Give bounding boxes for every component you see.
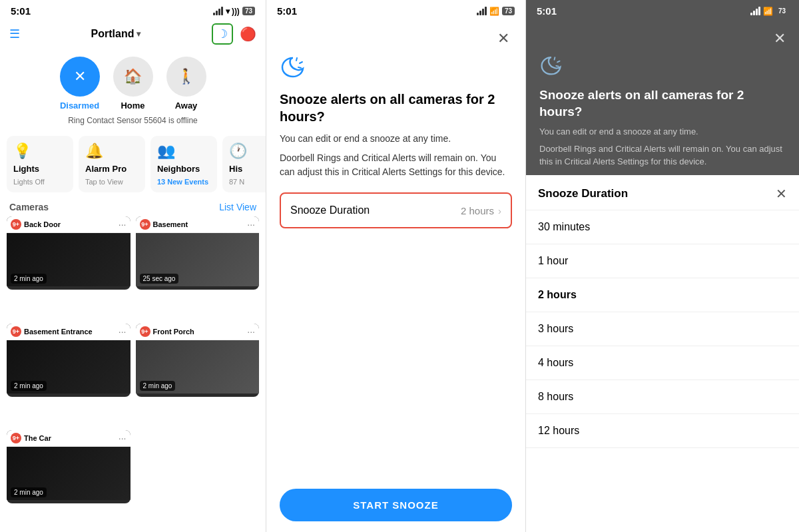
camera-name-row-3: 9+ Basement Entrance [11,326,93,337]
action-alarm-pro[interactable]: 🔔 Alarm Pro Tap to View [79,136,145,192]
away-circle: 🚶 [166,57,206,97]
duration-label-8hr: 8 hours [538,391,573,403]
p3-close-button[interactable]: ✕ [774,30,786,47]
camera-dots-2[interactable]: ··· [247,219,255,230]
cameras-header: Cameras List View [0,198,266,216]
mode-disarmed[interactable]: ✕ Disarmed [60,57,100,111]
camera-top-5: 9+ The Car ··· [7,430,131,447]
mode-home[interactable]: 🏠 Home [113,57,153,111]
camera-card-front-porch[interactable]: 9+ Front Porch ··· 2 min ago [136,324,260,397]
alert-icon[interactable]: 🔴 [240,26,256,42]
camera-dots-1[interactable]: ··· [119,219,127,230]
snooze-dialog-content: ✕ Snooze alerts on all cameras for 2 hou… [266,19,525,532]
signal-icon-1 [213,7,223,15]
action-neighbors[interactable]: 👥 Neighbors 13 New Events [150,136,217,192]
camera-name-4: Front Porch [153,328,194,336]
camera-dots-4[interactable]: ··· [247,326,255,337]
camera-card-basement-entrance[interactable]: 9+ Basement Entrance ··· 2 min ago [7,324,131,397]
camera-top-3: 9+ Basement Entrance ··· [7,324,131,340]
camera-card-basement[interactable]: 9+ Basement ··· 25 sec ago [136,216,260,290]
camera-time-2: 25 sec ago [140,274,179,284]
status-bar-3: 5:01 📶 73 [526,0,799,19]
p3-dialog-title: Snooze alerts on all cameras for 2 hours… [539,87,786,120]
snooze-icon-box[interactable]: ☽ [212,23,233,45]
neighbors-sub: 13 New Events [157,178,208,186]
battery-3: 73 [776,7,788,15]
camera-time-3: 2 min ago [11,381,47,391]
offline-message: Ring Contact Sensor 55604 is offline [0,113,266,131]
snooze-duration-hours: 2 hours [461,205,494,216]
camera-dots-5[interactable]: ··· [119,433,127,443]
camera-time-1: 2 min ago [11,274,47,284]
camera-thumb-1: 2 min ago [7,233,131,286]
duration-label-30min: 30 minutes [538,221,590,233]
list-view-button[interactable]: List View [219,202,256,212]
snooze-dialog-body1: You can edit or end a snooze at any time… [280,132,512,146]
disarmed-circle: ✕ [60,57,100,97]
p3-header-section: ✕ Snooze alerts on all cameras for 2 hou… [526,19,799,175]
duration-picker-sheet: Snooze Duration ✕ 30 minutes 1 hour 2 ho… [526,175,799,532]
alarm-title: Alarm Pro [85,164,127,174]
camera-name-5: The Car [24,434,51,442]
header-icons: ☽ 🔴 [212,23,256,45]
start-snooze-button[interactable]: START SNOOZE [280,489,512,521]
chevron-down-icon: ▾ [136,29,140,39]
dialog-moon-icon [280,53,512,85]
history-title: His [229,164,242,174]
disarmed-icon: ✕ [74,68,86,85]
duration-option-12hr[interactable]: 12 hours [526,414,799,448]
camera-thumb-4: 2 min ago [136,340,260,394]
time-3: 5:01 [537,5,557,17]
location-button[interactable]: Portland ▾ [91,28,141,40]
signal-icon-2 [477,7,487,15]
picker-close-button[interactable]: ✕ [776,186,787,202]
away-label: Away [175,101,198,111]
disarmed-label: Disarmed [60,101,99,111]
quick-actions: 💡 Lights Lights Off 🔔 Alarm Pro Tap to V… [0,131,266,198]
away-icon: 🚶 [177,68,195,85]
chevron-right-icon: › [498,205,501,216]
camera-badge-5: 9+ [11,433,21,443]
menu-icon[interactable]: ☰ [9,27,20,41]
duration-option-3hr[interactable]: 3 hours [526,312,799,346]
camera-top-1: 9+ Back Door ··· [7,216,131,233]
camera-badge-2: 9+ [140,219,150,230]
wifi-icon-1: ▾ ))) [226,7,240,16]
duration-label-4hr: 4 hours [538,357,573,369]
camera-name-1: Back Door [24,220,61,228]
duration-option-8hr[interactable]: 8 hours [526,380,799,414]
duration-option-2hr[interactable]: 2 hours [526,278,799,312]
action-lights[interactable]: 💡 Lights Lights Off [7,136,73,192]
camera-card-back-door[interactable]: 9+ Back Door ··· 2 min ago [7,216,131,290]
camera-card-the-car[interactable]: 9+ The Car ··· 2 min ago [7,430,131,503]
picker-title: Snooze Duration [538,187,628,200]
battery-1: 73 [242,7,255,15]
snooze-duration-value: 2 hours › [461,205,501,216]
alarm-sub: Tap to View [85,178,123,186]
duration-option-1hr[interactable]: 1 hour [526,244,799,278]
time-2: 5:01 [277,5,297,17]
moon-snooze-icon: ☽ [217,27,228,41]
status-bar-1: 5:01 ▾ ))) 73 [0,0,266,19]
camera-dots-3[interactable]: ··· [119,326,127,337]
duration-label-2hr: 2 hours [538,289,577,301]
camera-top-4: 9+ Front Porch ··· [136,324,260,340]
panel-duration-picker: 5:01 📶 73 ✕ Snooze alerts on all cameras… [526,0,799,532]
duration-label-12hr: 12 hours [538,425,579,437]
camera-name-3: Basement Entrance [24,328,93,336]
dialog-close-button[interactable]: ✕ [495,30,512,47]
snooze-duration-row[interactable]: Snooze Duration 2 hours › [280,192,512,228]
duration-option-4hr[interactable]: 4 hours [526,346,799,380]
camera-badge-3: 9+ [11,326,21,337]
duration-option-30min[interactable]: 30 minutes [526,210,799,244]
signal-icon-3 [750,7,760,15]
camera-time-5: 2 min ago [11,487,47,497]
neighbors-icon: 👥 [157,142,175,160]
mode-away[interactable]: 🚶 Away [166,57,206,111]
lights-sub: Lights Off [13,178,45,186]
p3-dialog-body2: Doorbell Rings and Critical Alerts will … [539,142,786,168]
camera-grid: 9+ Back Door ··· 2 min ago 9+ Basement ·… [0,216,266,532]
action-history[interactable]: 🕐 His 87 N [222,136,266,192]
camera-badge-4: 9+ [140,326,150,337]
location-label: Portland [91,28,134,40]
